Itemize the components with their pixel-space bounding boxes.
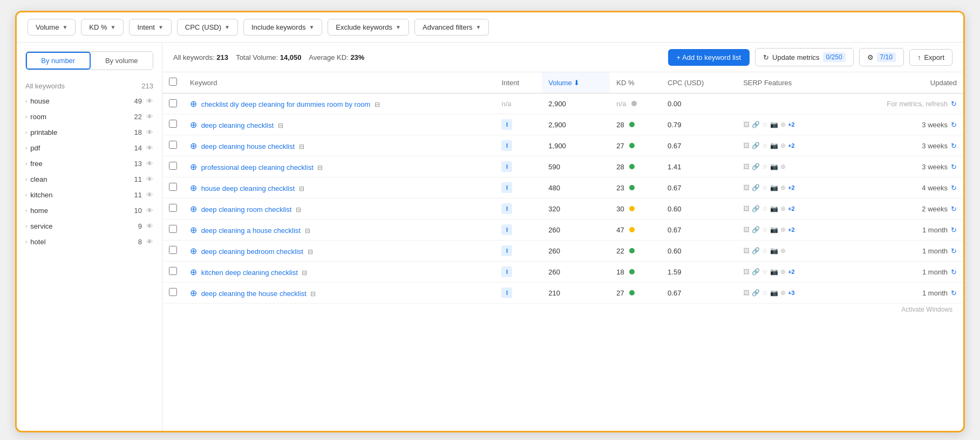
keyword-column-header[interactable]: Keyword bbox=[183, 72, 495, 93]
eye-icon[interactable]: 👁 bbox=[146, 222, 153, 230]
keyword-link[interactable]: deep cleaning room checklist bbox=[201, 205, 292, 214]
refresh-icon[interactable]: ↻ bbox=[951, 142, 957, 150]
add-keyword-icon[interactable]: ⊕ bbox=[190, 183, 197, 192]
select-all-header[interactable] bbox=[162, 72, 183, 93]
cpc-column-header[interactable]: CPC (USD) bbox=[661, 72, 737, 93]
refresh-icon[interactable]: ↻ bbox=[951, 205, 957, 213]
eye-icon[interactable]: 👁 bbox=[146, 97, 153, 105]
eye-icon[interactable]: 👁 bbox=[146, 207, 153, 215]
sidebar-item[interactable]: › room 22 👁 bbox=[17, 109, 162, 125]
serp-column-header[interactable]: SERP Features bbox=[737, 72, 836, 93]
export-button[interactable]: ↑ Export bbox=[909, 49, 952, 66]
intent-column-header[interactable]: Intent bbox=[495, 72, 542, 93]
add-keyword-icon[interactable]: ⊕ bbox=[190, 120, 197, 129]
update-metrics-button[interactable]: ↻ Update metrics 0/250 bbox=[755, 48, 853, 66]
volume-column-header[interactable]: Volume ⬇ bbox=[542, 72, 610, 93]
add-keyword-icon[interactable]: ⊕ bbox=[190, 267, 197, 277]
refresh-icon[interactable]: ↻ bbox=[951, 268, 957, 276]
serp-icon: ☆ bbox=[762, 184, 768, 191]
row-checkbox-cell[interactable] bbox=[162, 177, 183, 198]
volume-cell: 260 bbox=[542, 262, 610, 283]
sidebar-item[interactable]: › service 9 👁 bbox=[17, 218, 162, 234]
add-keyword-icon[interactable]: ⊕ bbox=[190, 288, 197, 298]
advanced-filters[interactable]: Advanced filters ▼ bbox=[414, 19, 489, 36]
kd-cell: 23 bbox=[610, 177, 661, 198]
row-checkbox[interactable] bbox=[169, 225, 177, 233]
sidebar-item[interactable]: › pdf 14 👁 bbox=[17, 140, 162, 156]
by-volume-btn[interactable]: By volume bbox=[91, 52, 153, 70]
view-toggle: By number By volume bbox=[25, 51, 153, 70]
row-checkbox[interactable] bbox=[169, 99, 177, 107]
row-checkbox[interactable] bbox=[169, 183, 177, 191]
eye-icon[interactable]: 👁 bbox=[146, 160, 153, 168]
add-keyword-icon[interactable]: ⊕ bbox=[190, 162, 197, 171]
sidebar-item[interactable]: › house 49 👁 bbox=[17, 93, 162, 109]
keyword-link[interactable]: professional deep cleaning checklist bbox=[201, 163, 314, 171]
updated-cell: 2 weeks ↻ bbox=[842, 205, 957, 213]
include-keywords-filter[interactable]: Include keywords ▼ bbox=[243, 19, 322, 36]
add-keyword-icon[interactable]: ⊕ bbox=[190, 225, 197, 235]
settings-button[interactable]: ⚙ 7/10 bbox=[859, 48, 904, 66]
add-keyword-icon[interactable]: ⊕ bbox=[190, 204, 197, 214]
keyword-link[interactable]: kitchen deep cleaning checklist bbox=[201, 269, 298, 277]
cpc-filter[interactable]: CPC (USD) ▼ bbox=[177, 19, 238, 36]
row-checkbox-cell[interactable] bbox=[162, 219, 183, 240]
row-checkbox[interactable] bbox=[169, 162, 177, 170]
add-keyword-icon[interactable]: ⊕ bbox=[190, 141, 197, 150]
eye-icon[interactable]: 👁 bbox=[146, 128, 153, 136]
add-keyword-icon[interactable]: ⊕ bbox=[190, 246, 197, 256]
eye-icon[interactable]: 👁 bbox=[146, 175, 153, 183]
refresh-icon[interactable]: ↻ bbox=[951, 226, 957, 234]
row-checkbox[interactable] bbox=[169, 246, 177, 254]
sidebar-item[interactable]: › kitchen 11 👁 bbox=[17, 187, 162, 203]
row-checkbox[interactable] bbox=[169, 141, 177, 149]
row-checkbox-cell[interactable] bbox=[162, 93, 183, 114]
keyword-link[interactable]: deep cleaning a house checklist bbox=[201, 226, 301, 235]
sidebar-item[interactable]: › clean 11 👁 bbox=[17, 171, 162, 187]
updated-column-header[interactable]: Updated bbox=[836, 72, 963, 93]
row-checkbox[interactable] bbox=[169, 120, 177, 128]
by-number-btn[interactable]: By number bbox=[26, 52, 91, 70]
sidebar-item[interactable]: › free 13 👁 bbox=[17, 156, 162, 171]
row-checkbox-cell[interactable] bbox=[162, 240, 183, 262]
keyword-link[interactable]: deep cleaning bedroom checklist bbox=[201, 248, 303, 256]
refresh-icon[interactable]: ↻ bbox=[951, 289, 957, 297]
intent-filter[interactable]: Intent ▼ bbox=[129, 19, 171, 36]
table-area: All keywords: 213 Total Volume: 14,050 A… bbox=[162, 43, 963, 431]
refresh-icon[interactable]: ↻ bbox=[951, 163, 957, 171]
row-checkbox-cell[interactable] bbox=[162, 262, 183, 283]
keyword-link[interactable]: checklist diy deep cleaning for dummies … bbox=[201, 100, 371, 108]
row-checkbox-cell[interactable] bbox=[162, 135, 183, 156]
serp-cell: 🖼🔗☆📷⊕+2 bbox=[737, 114, 836, 135]
eye-icon[interactable]: 👁 bbox=[146, 144, 153, 152]
refresh-icon[interactable]: ↻ bbox=[951, 247, 957, 255]
keyword-link[interactable]: deep cleaning house checklist bbox=[201, 142, 295, 150]
keyword-link[interactable]: deep cleaning the house checklist bbox=[201, 290, 307, 298]
eye-icon[interactable]: 👁 bbox=[146, 191, 153, 199]
eye-icon[interactable]: 👁 bbox=[146, 238, 153, 246]
select-all-checkbox[interactable] bbox=[169, 78, 177, 86]
keyword-link[interactable]: house deep cleaning checklist bbox=[201, 184, 295, 192]
volume-filter[interactable]: Volume ▼ bbox=[28, 19, 76, 36]
eye-icon[interactable]: 👁 bbox=[146, 113, 153, 121]
refresh-icon[interactable]: ↻ bbox=[951, 121, 957, 129]
row-checkbox[interactable] bbox=[169, 267, 177, 275]
sidebar-item[interactable]: › hotel 8 👁 bbox=[17, 234, 162, 250]
row-checkbox-cell[interactable] bbox=[162, 114, 183, 135]
keyword-cell: ⊕ checklist diy deep cleaning for dummie… bbox=[183, 93, 495, 114]
row-checkbox[interactable] bbox=[169, 288, 177, 296]
exclude-keywords-filter[interactable]: Exclude keywords ▼ bbox=[328, 19, 409, 36]
refresh-icon[interactable]: ↻ bbox=[951, 184, 957, 192]
sidebar-item[interactable]: › home 10 👁 bbox=[17, 203, 162, 218]
refresh-icon[interactable]: ↻ bbox=[951, 100, 957, 108]
add-to-keyword-list-button[interactable]: + Add to keyword list bbox=[668, 49, 750, 66]
row-checkbox-cell[interactable] bbox=[162, 156, 183, 177]
kd-column-header[interactable]: KD % bbox=[610, 72, 661, 93]
row-checkbox-cell[interactable] bbox=[162, 198, 183, 219]
add-keyword-icon[interactable]: ⊕ bbox=[190, 99, 197, 108]
row-checkbox-cell[interactable] bbox=[162, 283, 183, 304]
row-checkbox[interactable] bbox=[169, 204, 177, 212]
kd-filter[interactable]: KD % ▼ bbox=[81, 19, 124, 36]
keyword-link[interactable]: deep cleaning checklist bbox=[201, 121, 274, 129]
sidebar-item[interactable]: › printable 18 👁 bbox=[17, 125, 162, 140]
